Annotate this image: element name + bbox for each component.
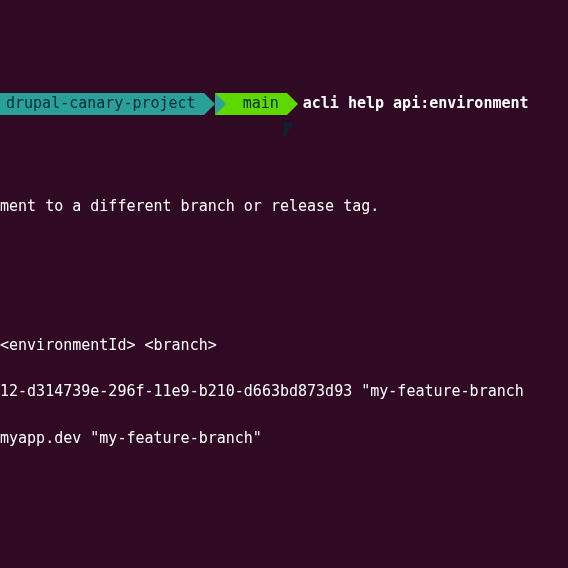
terminal-output: ment to a different branch or release ta… — [0, 164, 568, 569]
git-branch-icon — [229, 97, 239, 111]
output-line: 12-d314739e-296f-11e9-b210-d663bd873d93 … — [0, 380, 568, 403]
svg-point-0 — [284, 123, 287, 126]
prompt-line[interactable]: drupal-canary-project main acli help api… — [0, 93, 568, 115]
output-line — [0, 241, 568, 264]
prompt-segment-branch: main — [215, 93, 287, 115]
branch-name: main — [243, 92, 279, 115]
project-name: drupal-canary-project — [6, 92, 196, 115]
output-line — [0, 288, 568, 311]
svg-point-2 — [284, 132, 287, 135]
prompt-segment-project: drupal-canary-project — [0, 93, 204, 115]
output-line — [0, 520, 568, 543]
svg-point-1 — [289, 123, 292, 126]
output-line: ment to a different branch or release ta… — [0, 195, 568, 218]
entered-command: acli help api:environment — [303, 92, 529, 115]
output-line: myapp.dev "my-feature-branch" — [0, 427, 568, 450]
output-line — [0, 473, 568, 496]
output-line: <environmentId> <branch> — [0, 334, 568, 357]
